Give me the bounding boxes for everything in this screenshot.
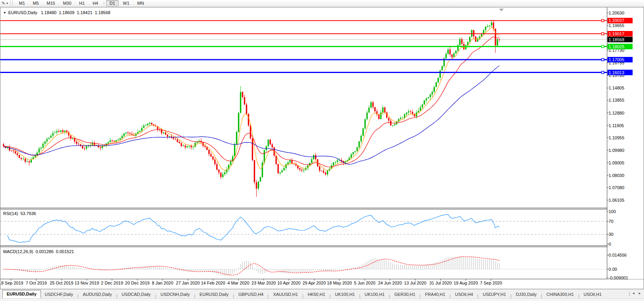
price-axis-tick: 1.09980: [609, 148, 624, 153]
chart-tab-EURUSD-Daily[interactable]: EURUSD,Daily: [2, 290, 41, 298]
chart-symbol-label: EURUSD,Daily: [8, 10, 37, 15]
level-1.18025-badge-text: 1.18025: [609, 44, 624, 49]
level-handle-1.19017[interactable]: [602, 33, 604, 35]
chart-title: ▼ EURUSD,Daily 1.18480 1.18609 1.18421 1…: [3, 10, 113, 15]
ma-slow-line: [4, 66, 499, 164]
macd-name: MACD(12,26,9): [3, 249, 33, 254]
macd-axis-tick: 0.00: [609, 267, 617, 272]
chart-tab-CHINA300-H1[interactable]: CHINA300,H1: [543, 291, 578, 298]
top-toolbar: ✎ ▾ M1M5M15M30H1H4D1W1MN: [0, 0, 644, 7]
price-axis-tick: 1.11905: [609, 123, 624, 128]
date-axis-label: 10 Apr 2020: [277, 281, 301, 285]
chart-canvas[interactable]: 18 Sep 20197 Oct 201925 Oct 201913 Nov 2…: [0, 7, 644, 289]
timeframe-button-M30[interactable]: M30: [59, 0, 75, 6]
tabs-scroll-right-icon[interactable]: ►: [637, 291, 643, 296]
chart-tab-HK50-H1[interactable]: HK50,H1: [304, 291, 329, 298]
rsi-axis-tick: 70: [609, 219, 613, 224]
macd-pane: [0, 256, 607, 276]
date-axis-label: 5 Jun 2020: [354, 281, 375, 285]
timeframe-button-MN[interactable]: MN: [134, 0, 147, 6]
macd-signal-line: [4, 257, 499, 275]
macd-main-value: 0.001286: [35, 249, 53, 254]
chart-tab-USOil-H1[interactable]: USOil,H1: [580, 291, 605, 298]
date-axis-label: 18 Sep 2019: [0, 281, 23, 285]
tabs-scroll-left-icon[interactable]: ◄: [630, 291, 637, 296]
price-axis-tick: 1.06105: [609, 198, 624, 202]
chart-tab-UK100-H1[interactable]: UK100,H1: [331, 291, 359, 298]
chart-tab-EURUSD-Daily[interactable]: EURUSD,Daily: [196, 291, 233, 298]
dropdown-caret-icon[interactable]: ▾: [6, 2, 8, 5]
ohlc-high: 1.18609: [59, 10, 75, 15]
timeframe-button-W1[interactable]: W1: [119, 0, 133, 6]
date-axis-label: 27 Jan 2020: [176, 281, 200, 285]
chart-tab-USDCNH-Daily[interactable]: USDCNH,Daily: [156, 291, 194, 298]
date-axis-label: 19 Aug 2020: [454, 281, 478, 285]
timeframe-button-H4[interactable]: H4: [89, 0, 102, 6]
date-axis-label: 18 May 2020: [327, 281, 352, 285]
macd-signal-value: 0.001521: [56, 249, 74, 254]
chart-tab-USDCHF-Daily[interactable]: USDCHF,Daily: [41, 291, 77, 298]
date-axis-label: 2 Dec 2019: [101, 281, 123, 285]
tabbar-strip: [0, 298, 644, 301]
date-axis-label: 24 Jun 2020: [378, 281, 402, 285]
price-axis-tick: 1.10955: [609, 135, 624, 140]
level-1.20037-badge-text: 1.20037: [609, 18, 624, 23]
ohlc-close: 1.18568: [95, 10, 110, 15]
mt4-terminal: ✎ ▾ M1M5M15M30H1H4D1W1MN ▼ EURUSD,Daily …: [0, 0, 644, 301]
level-1.19017-badge-text: 1.19017: [609, 31, 624, 36]
price-axis-tick: 1.09005: [609, 161, 624, 165]
rsi-indicator-label: RSI(14) 53.7936: [3, 211, 39, 216]
timeframe-button-H1[interactable]: H1: [76, 0, 88, 6]
level-1.17005-badge-text: 1.17005: [609, 57, 624, 62]
date-axis-label: 20 Dec 2019: [125, 281, 149, 285]
chart-tab-GBPUSD-H4[interactable]: GBPUSD,H4: [235, 291, 268, 298]
price-axis-tick: 1.13855: [609, 98, 624, 102]
collapse-triangle-icon[interactable]: ▼: [3, 11, 6, 15]
timeframe-button-M5[interactable]: M5: [29, 0, 42, 6]
level-handle-1.16013[interactable]: [602, 71, 604, 74]
level-handle-1.18025[interactable]: [602, 46, 604, 48]
rsi-line: [7, 214, 499, 243]
rsi-value: 53.7936: [20, 211, 36, 216]
chart-tab-USDCAD-Daily[interactable]: USDCAD,Daily: [118, 291, 155, 298]
macd-axis-tick: -0.009001: [609, 275, 628, 280]
timeframe-buttons: M1M5M15M30H1H4D1W1MN: [15, 0, 148, 6]
timeframe-button-M1[interactable]: M1: [15, 0, 28, 6]
level-1.16013-badge-text: 1.16013: [609, 70, 624, 75]
price-pane: [0, 19, 607, 197]
level-handle-1.17005[interactable]: [602, 58, 604, 61]
toolbar-grip: [10, 1, 13, 5]
date-axis-label: 13 Jul 2020: [404, 281, 426, 285]
chart-tabs: EURUSD,DailyUSDCHF,Daily|AUDUSD,Daily|US…: [0, 289, 644, 298]
chart-tab-AUDUSD-Daily[interactable]: AUDUSD,Daily: [79, 291, 116, 298]
price-axis-tick: 1.08030: [609, 173, 624, 178]
chart-tab-UK100-H1[interactable]: UK100,H1: [361, 291, 389, 298]
macd-indicator-label: MACD(12,26,9) 0.001286 0.001521: [3, 249, 76, 254]
chart-tab-XAUUSD-H1[interactable]: XAUUSD,H1: [269, 291, 302, 298]
price-axis-tick: 1.20630: [609, 11, 624, 15]
rsi-name: RSI(14): [3, 211, 18, 216]
rsi-pane: [0, 214, 607, 243]
date-axis-label: 8 Jan 2020: [152, 281, 173, 285]
price-axis-tick: 1.19655: [609, 23, 624, 28]
timeframe-button-D1[interactable]: D1: [106, 0, 119, 6]
date-axis-label: 4 Mar 2020: [228, 281, 250, 285]
chart-shift-marker-icon[interactable]: [499, 9, 504, 11]
timeframe-button-M15[interactable]: M15: [43, 0, 59, 6]
level-handle-1.20037[interactable]: [602, 19, 604, 22]
price-axis-tick: 1.14805: [609, 86, 624, 90]
date-axis-label: 25 Oct 2019: [50, 281, 73, 285]
pencil-tool-icon[interactable]: ✎: [2, 1, 5, 6]
tab-nav: | ◄ ►: [628, 291, 643, 296]
chart-tab-GER30-H1[interactable]: GER30,H1: [391, 291, 419, 298]
toolbar-separator: [104, 1, 104, 5]
date-axis-label: 14 Feb 2020: [201, 281, 226, 285]
rsi-axis-tick: 100: [609, 209, 616, 214]
ma-fast-line: [4, 27, 499, 170]
rsi-axis-tick: 30: [609, 232, 613, 237]
chart-tab-FRA40-H1[interactable]: FRA40,H1: [421, 291, 449, 298]
chart-tab-DJ30-Daily[interactable]: DJ30,Daily: [512, 291, 541, 298]
chart-tab-USOil-H4[interactable]: USOil,H4: [451, 291, 477, 298]
date-axis-label: 29 Apr 2020: [303, 281, 326, 285]
chart-tab-USDJPY-H1[interactable]: USDJPY,H1: [479, 291, 510, 298]
